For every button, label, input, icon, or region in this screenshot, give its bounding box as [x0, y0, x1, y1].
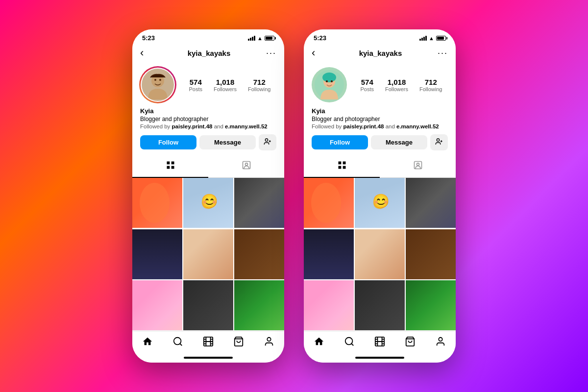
stat-following-number-1: 712 [248, 78, 270, 86]
nav-search-1[interactable] [172, 336, 183, 350]
nav-home-1[interactable] [142, 336, 153, 350]
message-button-2[interactable]: Message [371, 135, 427, 149]
nav-profile-2[interactable] [435, 336, 446, 350]
stats-2: 574 Posts 1,018 Followers 712 Following [355, 78, 448, 92]
grid-cell-1-8[interactable] [183, 280, 233, 330]
grid-cell-2-1[interactable] [304, 178, 354, 228]
status-icons-2: ▲ [419, 35, 446, 41]
back-button-2[interactable]: ‹ [312, 47, 323, 59]
profile-top-1: 574 Posts 1,018 Followers 712 Following [140, 67, 276, 102]
stat-posts-1[interactable]: 574 Posts [189, 78, 202, 92]
avatar-circle-1 [142, 69, 174, 101]
more-button-2[interactable]: ··· [438, 48, 448, 58]
avatar-1 [140, 67, 175, 102]
stat-following-number-2: 712 [419, 78, 442, 86]
add-user-button-2[interactable] [430, 134, 448, 150]
grid-cell-1-9[interactable] [234, 280, 284, 330]
grid-cell-1-7[interactable] [132, 280, 182, 330]
tab-grid-1[interactable] [132, 155, 208, 177]
stat-followers-2[interactable]: 1,018 Followers [385, 78, 408, 92]
grid-cell-2-3[interactable] [406, 178, 456, 228]
svg-point-1 [154, 79, 156, 81]
svg-point-2 [159, 79, 161, 81]
stat-posts-number-2: 574 [360, 78, 374, 86]
stat-following-label-1: Following [248, 86, 270, 92]
photo-1-2: 😊 [183, 178, 233, 228]
svg-rect-7 [171, 162, 174, 165]
photo-2-6 [406, 229, 456, 279]
svg-point-20 [326, 80, 328, 82]
nav-profile-1[interactable] [264, 336, 274, 350]
header-2: ‹ kyia_kayaks ··· [304, 44, 456, 63]
signal-icon-1 [248, 36, 255, 41]
nav-shop-1[interactable] [233, 336, 244, 350]
action-buttons-1: Follow Message [140, 134, 276, 150]
stats-1: 574 Posts 1,018 Followers 712 Following [183, 78, 276, 92]
wifi-icon-1: ▲ [257, 35, 263, 41]
grid-cell-1-3[interactable] [234, 178, 284, 228]
followed-user1-2: paisley.print.48 [343, 123, 384, 129]
photo-1-5 [183, 229, 233, 279]
stat-following-2[interactable]: 712 Following [419, 78, 442, 92]
svg-rect-8 [167, 166, 170, 169]
svg-rect-28 [343, 162, 345, 165]
stat-following-1[interactable]: 712 Following [248, 78, 270, 92]
grid-cell-1-2[interactable]: 😊 [183, 178, 233, 228]
nav-reels-1[interactable] [203, 336, 214, 350]
stat-posts-2[interactable]: 574 Posts [360, 78, 374, 92]
tab-grid-2[interactable] [304, 155, 380, 177]
nav-reels-2[interactable] [374, 336, 385, 350]
header-1: ‹ kyia_kayaks ··· [132, 44, 284, 63]
svg-point-33 [345, 338, 353, 345]
photo-grid-2: 😊 [304, 178, 456, 331]
nav-search-2[interactable] [344, 336, 355, 350]
photo-1-7 [132, 280, 182, 330]
signal-icon-2 [419, 36, 427, 41]
stat-followers-label-1: Followers [214, 86, 237, 92]
photo-2-9 [406, 280, 456, 330]
avatar-2 [312, 67, 347, 102]
back-button-1[interactable]: ‹ [140, 47, 152, 59]
grid-cell-2-2[interactable]: 😊 [355, 178, 405, 228]
grid-cell-1-6[interactable] [234, 229, 284, 279]
tab-tagged-1[interactable] [208, 155, 284, 177]
nav-home-2[interactable] [314, 336, 324, 350]
grid-icon-1 [166, 160, 175, 172]
tab-tagged-2[interactable] [380, 155, 456, 177]
action-buttons-2: Follow Message [312, 134, 448, 150]
add-user-button-1[interactable] [259, 134, 276, 150]
bio-followed-1: Followed by paisley.print.48 and e.manny… [140, 123, 276, 129]
photo-2-1 [304, 178, 354, 228]
photo-2-5 [355, 229, 405, 279]
grid-icon-2 [337, 160, 347, 172]
home-bar-1 [184, 357, 233, 359]
avatar-circle-2 [312, 67, 347, 102]
stat-followers-1[interactable]: 1,018 Followers [214, 78, 237, 92]
photo-1-1 [132, 178, 182, 228]
message-button-1[interactable]: Message [199, 135, 256, 149]
grid-cell-1-5[interactable] [183, 229, 233, 279]
svg-rect-27 [338, 162, 341, 165]
phone-1: 5:23 ▲ ‹ kyia_kayaks ··· [132, 29, 284, 363]
follow-button-1[interactable]: Follow [140, 135, 196, 149]
username-1: kyia_kayaks [188, 49, 231, 57]
bio-name-1: Kyia [140, 107, 276, 115]
nav-shop-2[interactable] [405, 336, 416, 350]
photo-1-3 [234, 178, 284, 228]
status-bar-1: 5:23 ▲ [132, 29, 284, 44]
grid-cell-2-4[interactable] [304, 229, 354, 279]
grid-cell-2-5[interactable] [355, 229, 405, 279]
grid-cell-1-1[interactable] [132, 178, 182, 228]
more-button-1[interactable]: ··· [266, 48, 276, 58]
grid-cell-1-4[interactable] [132, 229, 182, 279]
followed-user1-1: paisley.print.48 [172, 123, 213, 129]
follow-button-2[interactable]: Follow [312, 135, 368, 149]
svg-point-24 [437, 139, 439, 141]
svg-point-19 [322, 73, 336, 82]
grid-cell-2-8[interactable] [355, 280, 405, 330]
grid-cell-2-6[interactable] [406, 229, 456, 279]
svg-point-11 [245, 163, 247, 166]
grid-cell-2-9[interactable] [406, 280, 456, 330]
grid-cell-2-7[interactable] [304, 280, 354, 330]
stat-posts-label-1: Posts [189, 86, 202, 92]
